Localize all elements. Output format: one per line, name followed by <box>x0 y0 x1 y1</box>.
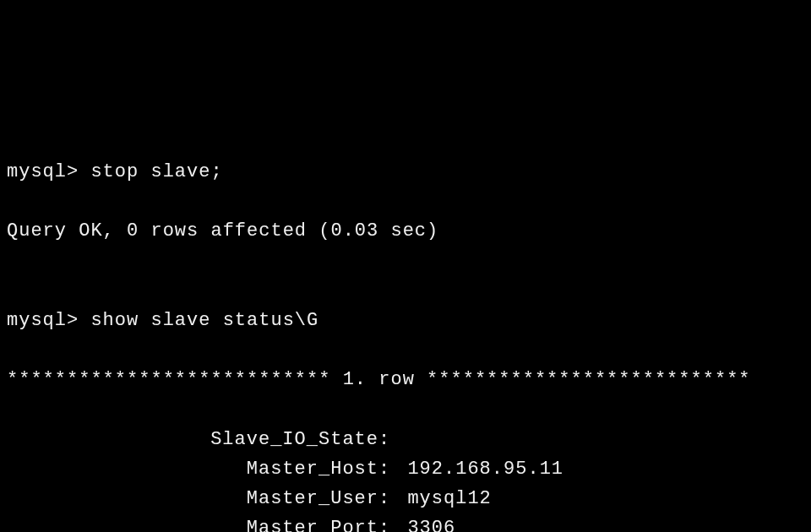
status-row: Master_Host: 192.168.95.11 <box>7 454 804 484</box>
mysql-prompt: mysql> <box>7 157 79 187</box>
status-value <box>395 425 407 454</box>
status-colon: : <box>378 425 395 454</box>
mysql-prompt: mysql> <box>7 306 79 335</box>
status-row: Slave_IO_State: <box>7 425 804 454</box>
status-colon: : <box>378 513 395 532</box>
command-text: stop slave; <box>90 157 222 187</box>
status-row: Master_User: mysql12 <box>7 484 804 513</box>
status-key: Master_User <box>7 484 378 513</box>
status-value: mysql12 <box>395 484 492 513</box>
status-value: 3306 <box>395 513 455 532</box>
row-header: *************************** 1. row *****… <box>7 365 804 394</box>
status-row: Master_Port: 3306 <box>7 513 804 532</box>
command-text: show slave status\G <box>90 306 318 335</box>
command-line-2: mysql> show slave status\G <box>7 306 804 335</box>
status-key: Slave_IO_State <box>7 425 378 454</box>
status-rows: Slave_IO_State: Master_Host: 192.168.95.… <box>7 425 804 532</box>
query-response: Query OK, 0 rows affected (0.03 sec) <box>7 216 804 246</box>
status-value: 192.168.95.11 <box>395 454 563 484</box>
status-colon: : <box>378 454 395 484</box>
status-key: Master_Port <box>7 513 378 532</box>
terminal-output: mysql> stop slave; Query OK, 0 rows affe… <box>7 128 804 532</box>
command-line-1: mysql> stop slave; <box>7 157 804 187</box>
status-key: Master_Host <box>7 454 378 484</box>
status-colon: : <box>378 484 395 513</box>
